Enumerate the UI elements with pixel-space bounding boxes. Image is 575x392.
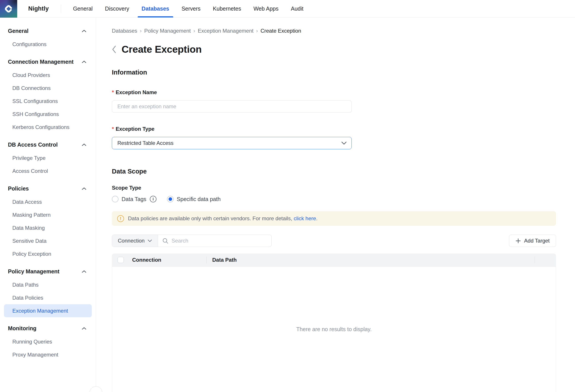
select-all-checkbox[interactable] — [118, 257, 124, 263]
table-header-row: Connection Data Path — [112, 254, 556, 266]
tab-general[interactable]: General — [67, 0, 99, 17]
chevron-down-icon — [148, 240, 152, 242]
sidebar-item-masking-pattern[interactable]: Masking Pattern — [0, 208, 96, 221]
sidebar-section-general: General Configurations — [0, 24, 96, 51]
table-body-empty: There are no results to display. — [112, 266, 556, 392]
sidebar-item-policy-exception[interactable]: Policy Exception — [0, 247, 96, 260]
breadcrumb: Databases › Policy Management › Exceptio… — [112, 28, 556, 34]
chevron-up-icon — [82, 30, 87, 32]
chevron-up-icon — [82, 327, 87, 330]
chevron-down-icon — [341, 142, 347, 145]
breadcrumb-separator: › — [256, 28, 258, 34]
required-marker: * — [112, 89, 114, 95]
data-scope-heading: Data Scope — [112, 168, 556, 175]
breadcrumb-separator: › — [193, 28, 195, 34]
tab-servers[interactable]: Servers — [175, 0, 207, 17]
sidebar-item-cloud-providers[interactable]: Cloud Providers — [0, 68, 96, 82]
sidebar: General Configurations Connection Manage… — [0, 18, 96, 392]
sidebar-item-ssh-configurations[interactable]: SSH Configurations — [0, 108, 96, 121]
sidebar-section-policy-management: Policy Management Data Paths Data Polici… — [0, 265, 96, 317]
exception-type-label: *Exception Type — [112, 126, 556, 132]
breadcrumb-separator: › — [140, 28, 142, 34]
sidebar-section-db-access-control: DB Access Control Privilege Type Access … — [0, 138, 96, 177]
search-input[interactable] — [171, 238, 267, 244]
main-content: Databases › Policy Management › Exceptio… — [96, 18, 575, 392]
sidebar-item-privilege-type[interactable]: Privilege Type — [0, 152, 96, 164]
banner-text: Data policies are available only with ce… — [128, 215, 317, 221]
sidebar-section-policies: Policies Data Access Masking Pattern Dat… — [0, 182, 96, 260]
radio-specific-data-path[interactable] — [167, 196, 174, 202]
chevron-up-icon — [82, 270, 87, 273]
tab-discovery[interactable]: Discovery — [99, 0, 136, 17]
exception-name-input[interactable] — [112, 100, 352, 113]
chevron-left-icon — [112, 45, 116, 53]
primary-nav: General Discovery Databases Servers Kube… — [67, 0, 310, 17]
filter-search-control: Connection — [112, 235, 272, 247]
breadcrumb-policy-management[interactable]: Policy Management — [144, 28, 191, 34]
sidebar-item-kerberos-configurations[interactable]: Kerberos Configurations — [0, 121, 96, 134]
sidebar-item-data-masking[interactable]: Data Masking — [0, 221, 96, 234]
sidebar-header-general[interactable]: General — [0, 24, 96, 38]
diamond-logo-icon — [3, 3, 14, 15]
breadcrumb-databases[interactable]: Databases — [112, 28, 137, 34]
exception-type-value: Restricted Table Access — [117, 140, 173, 146]
filter-field-dropdown[interactable]: Connection — [112, 235, 158, 247]
sidebar-header-policies[interactable]: Policies — [0, 182, 96, 195]
brand-name: Nightly — [28, 0, 49, 17]
vendor-warning-banner: ! Data policies are available only with … — [112, 211, 556, 226]
information-heading: Information — [112, 69, 556, 76]
warning-icon: ! — [117, 215, 124, 222]
required-marker: * — [112, 126, 114, 132]
sidebar-item-ssl-configurations[interactable]: SSL Configurations — [0, 95, 96, 108]
add-target-button[interactable]: Add Target — [509, 235, 556, 247]
sidebar-header-monitoring[interactable]: Monitoring — [0, 322, 96, 335]
info-icon[interactable]: i — [150, 196, 156, 202]
nav-divider — [61, 5, 61, 13]
sidebar-item-db-connections[interactable]: DB Connections — [0, 82, 96, 95]
app-logo[interactable] — [0, 0, 17, 18]
top-navbar: Nightly General Discovery Databases Serv… — [0, 0, 575, 18]
tab-kubernetes[interactable]: Kubernetes — [207, 0, 247, 17]
targets-toolbar: Connection Add Target — [112, 235, 556, 247]
radio-data-tags[interactable] — [112, 196, 119, 202]
exception-type-select[interactable]: Restricted Table Access — [112, 137, 352, 149]
sidebar-item-configurations[interactable]: Configurations — [0, 38, 96, 51]
breadcrumb-current: Create Exception — [261, 28, 301, 34]
chevron-up-icon — [82, 61, 87, 63]
sidebar-item-data-paths[interactable]: Data Paths — [0, 278, 96, 291]
click-here-link[interactable]: click here — [294, 215, 316, 221]
exception-name-label: *Exception Name — [112, 89, 556, 95]
sidebar-header-db-access-control[interactable]: DB Access Control — [0, 138, 96, 152]
sidebar-item-data-policies[interactable]: Data Policies — [0, 291, 96, 304]
plus-icon — [515, 238, 521, 244]
sidebar-item-access-control[interactable]: Access Control — [0, 164, 96, 177]
sidebar-item-data-access[interactable]: Data Access — [0, 195, 96, 208]
scope-type-radio-group: Data Tags i Specific data path — [112, 196, 556, 202]
column-header-data-path: Data Path — [207, 257, 535, 263]
sidebar-item-sensitive-data[interactable]: Sensitive Data — [0, 234, 96, 247]
sidebar-header-policy-management[interactable]: Policy Management — [0, 265, 96, 278]
radio-data-tags-label: Data Tags — [121, 196, 146, 202]
sidebar-section-monitoring: Monitoring Running Queries Proxy Managem… — [0, 322, 96, 361]
empty-results-message: There are no results to display. — [296, 326, 372, 332]
column-separator — [535, 257, 535, 263]
page-title: Create Exception — [121, 44, 202, 55]
radio-specific-data-path-label: Specific data path — [177, 196, 221, 202]
sidebar-section-connection-management: Connection Management Cloud Providers DB… — [0, 55, 96, 134]
column-header-connection: Connection — [132, 257, 206, 263]
sidebar-header-connection-management[interactable]: Connection Management — [0, 55, 96, 68]
search-icon — [162, 238, 168, 244]
chevron-up-icon — [82, 187, 87, 190]
sidebar-item-proxy-management[interactable]: Proxy Management — [0, 348, 96, 361]
tab-audit[interactable]: Audit — [285, 0, 310, 17]
back-button[interactable] — [112, 45, 116, 53]
scope-type-label: Scope Type — [112, 185, 556, 191]
targets-table: Connection Data Path There are no result… — [112, 254, 556, 392]
chevron-up-icon — [82, 144, 87, 146]
tab-web-apps[interactable]: Web Apps — [247, 0, 285, 17]
search-segment — [158, 235, 271, 247]
breadcrumb-exception-management[interactable]: Exception Management — [198, 28, 254, 34]
tab-databases[interactable]: Databases — [136, 0, 175, 17]
sidebar-item-running-queries[interactable]: Running Queries — [0, 335, 96, 348]
sidebar-item-exception-management[interactable]: Exception Management — [4, 304, 92, 317]
